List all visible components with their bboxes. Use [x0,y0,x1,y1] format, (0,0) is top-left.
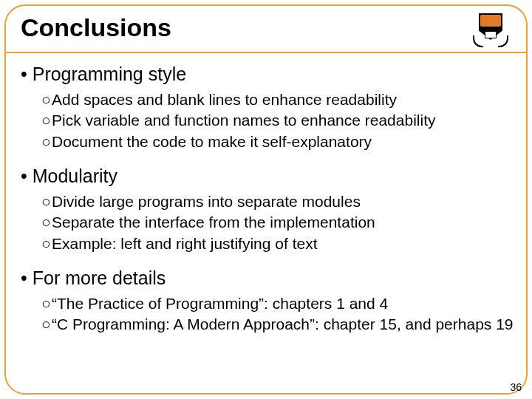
list-item: ○Pick variable and function names to enh… [41,110,514,131]
circle-bullet-icon: ○ [41,314,52,335]
circle-bullet-icon: ○ [41,233,52,254]
list-item-text: “C Programming: A Modern Approach”: chap… [52,314,514,335]
list-item-text: Divide large programs into separate modu… [52,191,361,212]
circle-bullet-icon: ○ [41,89,52,110]
section-heading: • For more details [21,267,514,289]
list-item: ○Example: left and right justifying of t… [41,233,514,254]
list-item-text: Example: left and right justifying of te… [52,233,318,254]
section-modularity: • Modularity ○Divide large programs into… [21,166,514,254]
list-item-text: “The Practice of Programming”: chapters … [52,293,388,314]
sub-list: ○Add spaces and blank lines to enhance r… [21,89,514,152]
circle-bullet-icon: ○ [41,191,52,212]
section-heading: • Modularity [21,166,514,187]
circle-bullet-icon: ○ [41,212,52,233]
section-heading: • Programming style [21,64,514,85]
section-more-details: • For more details ○“The Practice of Pro… [21,267,514,335]
circle-bullet-icon: ○ [41,110,52,131]
list-item: ○Add spaces and blank lines to enhance r… [41,89,514,110]
section-heading-text: Programming style [33,64,186,84]
list-item-text: Add spaces and blank lines to enhance re… [52,89,397,110]
circle-bullet-icon: ○ [41,293,52,314]
list-item: ○Divide large programs into separate mod… [41,191,514,212]
slide-title: Conclusions [21,13,171,42]
section-programming-style: • Programming style ○Add spaces and blan… [21,64,514,152]
page-number: 36 [510,381,522,393]
sub-list: ○“The Practice of Programming”: chapters… [21,293,514,335]
princeton-crest-icon [470,7,511,49]
list-item-text: Document the code to make it self-explan… [52,132,372,152]
section-heading-text: For more details [33,267,166,288]
list-item: ○“The Practice of Programming”: chapters… [41,293,514,314]
content-area: • Programming style ○Add spaces and blan… [21,64,514,349]
list-item: ○Document the code to make it self-expla… [41,132,514,152]
header-divider [4,52,528,53]
circle-bullet-icon: ○ [41,132,52,152]
sub-list: ○Divide large programs into separate mod… [21,191,514,254]
list-item-text: Separate the interface from the implemen… [52,212,375,233]
list-item: ○Separate the interface from the impleme… [41,212,514,233]
section-heading-text: Modularity [33,166,117,186]
list-item: ○“C Programming: A Modern Approach”: cha… [41,314,514,335]
list-item-text: Pick variable and function names to enha… [52,110,435,131]
